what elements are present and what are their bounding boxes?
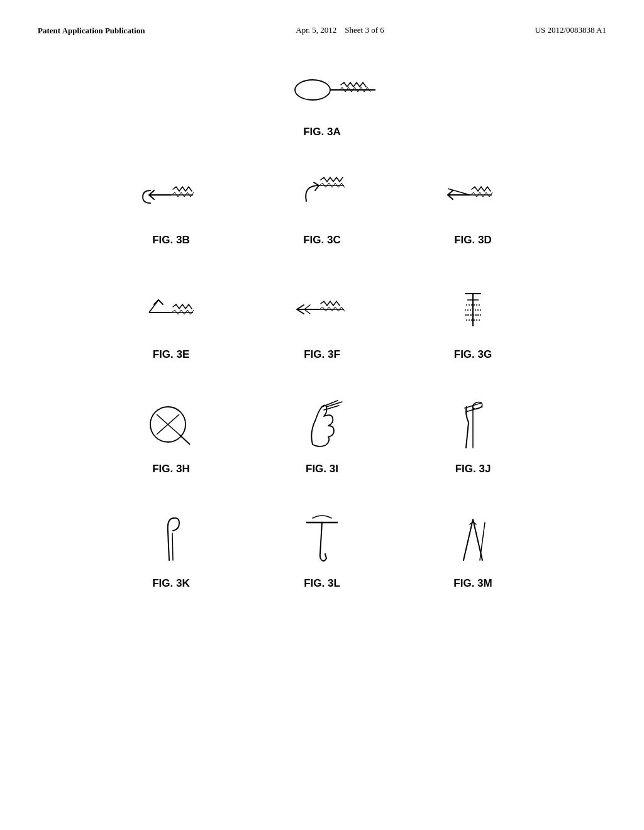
fig-3k-item: FIG. 3K [121,507,221,590]
header-right: US 2012/0083838 A1 [535,25,606,35]
fig-3a-container: FIG. 3A [259,55,385,138]
header-left: Patent Application Publication [38,25,145,36]
figures-content: FIG. 3A [38,55,606,621]
fig-3h-label: FIG. 3H [152,463,190,475]
page: Patent Application Publication Apr. 5, 2… [0,0,644,830]
fig-3j-drawing [438,392,508,455]
fig-3g-item: FIG. 3G [423,278,523,361]
fig-3a-drawing [259,55,385,118]
fig-3k-drawing [136,507,206,570]
fig-3g-label: FIG. 3G [454,348,492,361]
fig-3c-label: FIG. 3C [303,234,341,246]
fig-3f-label: FIG. 3F [304,348,340,361]
fig-3g-drawing [438,278,508,341]
fig-3f-drawing [287,278,357,341]
fig-3m-drawing [438,507,508,570]
fig-row-2: FIG. 3E FIG. 3F [38,278,606,361]
fig-3e-drawing [136,278,206,341]
fig-3d-label: FIG. 3D [454,234,492,246]
fig-3e-item: FIG. 3E [121,278,221,361]
fig-row-4: FIG. 3K FIG. 3L [38,507,606,590]
fig-3e-label: FIG. 3E [153,348,190,361]
fig-3a-label: FIG. 3A [303,126,341,138]
fig-3i-item: FIG. 3I [272,392,372,475]
fig-3h-drawing [136,392,206,455]
fig-3j-label: FIG. 3J [455,463,491,475]
fig-3b-drawing [136,163,206,226]
header-center: Apr. 5, 2012 Sheet 3 of 6 [296,25,384,35]
fig-3b-item: FIG. 3B [121,163,221,246]
fig-3k-label: FIG. 3K [152,577,190,590]
fig-3m-item: FIG. 3M [423,507,523,590]
fig-3c-item: FIG. 3C [272,163,372,246]
fig-3h-item: FIG. 3H [121,392,221,475]
svg-line-13 [179,434,190,445]
fig-3i-drawing [287,392,357,455]
fig-3f-item: FIG. 3F [272,278,372,361]
fig-3d-drawing [438,163,508,226]
fig-3b-label: FIG. 3B [152,234,190,246]
fig-3j-item: FIG. 3J [423,392,523,475]
fig-3i-label: FIG. 3I [306,463,338,475]
fig-3c-drawing [287,163,357,226]
fig-row-1: FIG. 3B FIG. 3C [38,163,606,246]
fig-row-3: FIG. 3H FIG. 3I [38,392,606,475]
svg-point-0 [295,80,330,100]
fig-3m-label: FIG. 3M [453,577,492,590]
fig-3l-drawing [287,507,357,570]
fig-3l-label: FIG. 3L [304,577,340,590]
fig-3l-item: FIG. 3L [272,507,372,590]
fig-3d-item: FIG. 3D [423,163,523,246]
page-header: Patent Application Publication Apr. 5, 2… [38,25,606,36]
